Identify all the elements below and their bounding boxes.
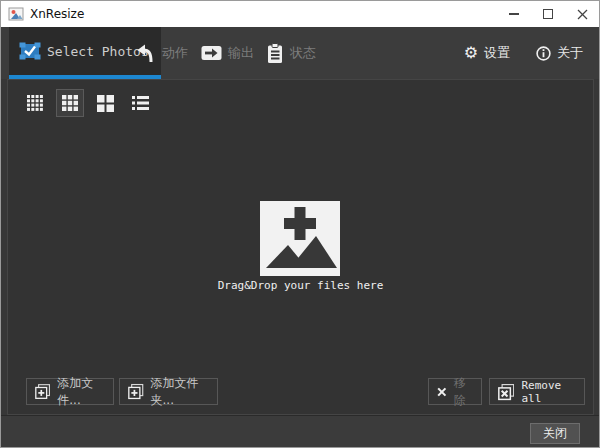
- drop-image-placeholder: [260, 201, 340, 276]
- tab-action[interactable]: 动作: [136, 27, 188, 79]
- dialog-button-strip: 关闭: [1, 415, 599, 448]
- maximize-icon: [543, 9, 553, 19]
- tab-output-label: 输出: [228, 44, 254, 62]
- titlebar: XnResize: [1, 1, 599, 27]
- tab-status-label: 状态: [290, 44, 316, 62]
- minimize-button[interactable]: [497, 1, 531, 27]
- remove-button[interactable]: 移除: [428, 378, 482, 405]
- clipboard-icon: [266, 43, 284, 64]
- add-image-icon: [260, 201, 340, 276]
- xnresize-window: XnResize: [0, 0, 600, 448]
- add-files-button[interactable]: 添加文件...: [26, 378, 114, 405]
- maximize-button[interactable]: [531, 1, 565, 27]
- main-toolbar: Select Photos 动作 输出: [1, 27, 599, 79]
- app-logo-icon: [8, 6, 24, 22]
- gear-icon: ⚙: [464, 45, 478, 61]
- minimize-icon: [509, 13, 519, 15]
- undo-arrow-icon: [136, 42, 156, 64]
- tab-output[interactable]: 输出: [201, 27, 254, 79]
- remove-label: 移除: [454, 375, 473, 409]
- select-photos-icon: [19, 42, 41, 60]
- settings-button[interactable]: ⚙ 设置: [464, 44, 510, 62]
- tab-status[interactable]: 状态: [266, 27, 316, 79]
- remove-all-button[interactable]: Remove all: [489, 378, 585, 405]
- toolbar-right-actions: ⚙ 设置 关于: [464, 27, 583, 79]
- about-button[interactable]: 关于: [536, 44, 583, 62]
- add-folder-icon: [128, 382, 144, 401]
- remove-all-icon: [498, 382, 514, 402]
- select-photos-panel: Drag&Drop your files here 添加文件... 添加文件夹.…: [7, 79, 594, 415]
- window-controls: [497, 1, 599, 27]
- window-title: XnResize: [30, 7, 84, 21]
- tab-action-label: 动作: [162, 44, 188, 62]
- close-button[interactable]: [565, 1, 599, 27]
- remove-all-label: Remove all: [521, 379, 576, 405]
- close-icon: [577, 9, 588, 20]
- add-file-icon: [35, 382, 50, 401]
- add-files-label: 添加文件...: [57, 375, 105, 409]
- tab-select-photos-label: Select Photos: [47, 44, 149, 59]
- add-folder-label: 添加文件夹...: [151, 375, 209, 409]
- export-icon: [201, 45, 222, 61]
- remove-x-icon: [437, 386, 447, 398]
- settings-label: 设置: [484, 44, 510, 62]
- drop-hint-text: Drag&Drop your files here: [8, 279, 593, 292]
- info-icon: [536, 46, 551, 61]
- close-dialog-button[interactable]: 关闭: [530, 423, 580, 444]
- about-label: 关于: [557, 44, 583, 62]
- add-folder-button[interactable]: 添加文件夹...: [119, 378, 218, 405]
- drag-drop-zone[interactable]: Drag&Drop your files here: [8, 80, 593, 414]
